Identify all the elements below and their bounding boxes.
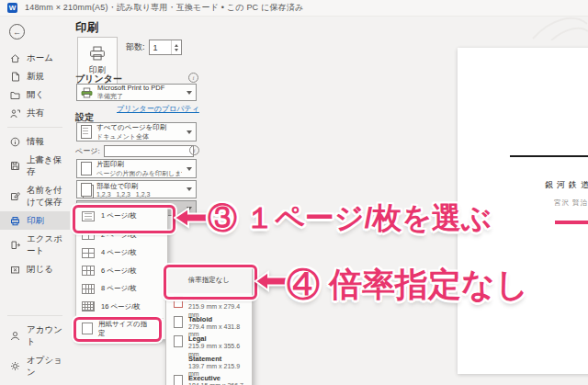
menu-item-no-scaling[interactable]: 倍率指定なし [166, 267, 252, 293]
page-range-text: すべてのページを印刷 ドキュメント全体 [96, 123, 182, 142]
chevron-down-icon [187, 207, 192, 210]
printer-select-text: Microsoft Print to PDF 準備完了 [97, 84, 182, 101]
sidebar-item-label: 共有 [27, 108, 44, 119]
sidebar-item-label: 印刷 [27, 215, 44, 227]
menu-item-label: 2 ページ/枚 [101, 231, 137, 240]
paper-size-name: Tabloid [188, 315, 252, 323]
pages-row: ページ: [75, 145, 194, 157]
document-rule-line [510, 155, 588, 157]
page-title: 印刷 [75, 20, 98, 36]
menu-item-4-pages-per-sheet[interactable]: 4 ページ/枚 [76, 244, 167, 263]
document-author: 宮沢 賢治 [554, 198, 588, 208]
menu-item-2-pages-per-sheet[interactable]: 2 ページ/枚 [76, 226, 167, 244]
copies-row: 部数: 1 [126, 40, 182, 55]
chevron-down-icon [187, 187, 192, 191]
sidebar-item-label: エクスポート [27, 233, 70, 257]
one-page-per-sheet-icon [82, 211, 95, 221]
backstage-sidebar: ← ホーム 新規 開く 共有 情報 上書き保存 名前を付けて保存 [0, 17, 70, 385]
collation-select[interactable]: 部単位で印刷 1,2,3 1,2,3 1,2,3 [76, 180, 197, 198]
four-pages-per-sheet-icon [82, 248, 95, 258]
sixteen-pages-per-sheet-icon [82, 301, 95, 311]
gear-icon [10, 361, 20, 371]
collated-pages-icon [81, 183, 92, 197]
menu-item-paper-statement[interactable]: Statement 139.7 mm x 215.9 mm [166, 353, 252, 373]
pages-per-sheet-menu: 1 ページ/枚 2 ページ/枚 4 ページ/枚 6 ページ/枚 8 ページ/枚 … [75, 203, 168, 340]
page-range-select[interactable]: すべてのページを印刷 ドキュメント全体 [76, 122, 197, 142]
sidebar-item-open[interactable]: 開く [0, 85, 70, 104]
sidebar-item-print[interactable]: 印刷 [0, 211, 70, 230]
six-pages-per-sheet-icon [82, 266, 95, 276]
menu-item-paper-legal[interactable]: Legal 215.9 mm x 355.6 mm [166, 333, 252, 353]
pages-info-icon[interactable]: i [189, 145, 199, 155]
copies-stepper[interactable]: 1 [149, 40, 182, 55]
menu-item-paper-letter[interactable]: Letter 215.9 mm x 279.4 mm [166, 293, 252, 313]
pages-label: ページ: [75, 146, 100, 156]
menu-item-8-pages-per-sheet[interactable]: 8 ページ/枚 [76, 280, 167, 299]
menu-item-1-page-per-sheet[interactable]: 1 ページ/枚 [76, 206, 167, 226]
sidebar-item-export[interactable]: エクスポート [0, 230, 70, 260]
sidebar-bottom: アカウント オプション [0, 311, 70, 385]
paper-size-icon [82, 323, 93, 334]
sidebar-item-new[interactable]: 新規 [0, 67, 70, 85]
sidebar-item-share[interactable]: 共有 [0, 104, 70, 122]
back-button[interactable]: ← [9, 24, 25, 40]
sidebar-item-label: オプション [27, 355, 70, 379]
menu-item-paper-tabloid[interactable]: Tabloid 279.4 mm x 431.8 mm [166, 313, 252, 334]
submenu-chevron-icon: › [159, 324, 162, 334]
sidebar-item-options[interactable]: オプション [0, 351, 70, 381]
titlebar: W 148mm × 210mm(A5)・読み取り専用・互換モード • この PC… [0, 0, 588, 17]
document-heading: 銀河鉄道の [545, 179, 588, 191]
menu-item-paper-size[interactable]: 用紙サイズの指定 › [76, 321, 167, 337]
sidebar-item-label: 情報 [27, 136, 44, 148]
sidebar-item-label: 上書き保存 [27, 154, 70, 178]
new-document-icon [10, 72, 20, 82]
copies-spin-buttons[interactable] [171, 40, 181, 54]
sidebar-item-account[interactable]: アカウント [0, 321, 70, 351]
document-title: 148mm × 210mm(A5)・読み取り専用・互換モード • この PC に… [25, 2, 303, 14]
export-icon [10, 240, 20, 250]
spin-up-icon[interactable] [175, 44, 178, 47]
close-icon [10, 265, 20, 275]
menu-item-6-pages-per-sheet[interactable]: 6 ページ/枚 [76, 262, 167, 280]
pages-input[interactable] [104, 145, 194, 157]
sidebar-item-label: 閉じる [27, 264, 53, 276]
sidebar-item-home[interactable]: ホーム [0, 49, 70, 67]
menu-item-label: 用紙サイズの指定 [98, 320, 153, 338]
home-icon [10, 53, 20, 63]
sidebar-item-save[interactable]: 上書き保存 [0, 151, 70, 181]
sidebar-item-save-as[interactable]: 名前を付けて保存 [0, 181, 70, 211]
printer-select[interactable]: Microsoft Print to PDF 準備完了 [76, 84, 197, 101]
two-pages-per-sheet-icon [82, 230, 95, 240]
copies-value: 1 [150, 43, 171, 52]
page-range-title: すべてのページを印刷 [96, 123, 182, 132]
document-icon [81, 125, 92, 139]
paper-size-name: Legal [188, 334, 252, 343]
duplex-subtitle: ページの片面のみを印刷します [96, 169, 182, 178]
info-icon [10, 137, 20, 147]
step3-annotation: ③ １ページ/枚を選ぶ [208, 198, 492, 239]
duplex-select[interactable]: 片面印刷 ページの片面のみを印刷します [76, 159, 197, 178]
one-sided-page-icon [81, 162, 92, 176]
paper-legal-icon [174, 335, 183, 347]
menu-item-paper-executive[interactable]: Executive 184.15 mm x 266.7 mm [166, 372, 252, 385]
sidebar-item-info[interactable]: 情報 [0, 132, 70, 151]
paper-size-flyout: 倍率指定なし Letter 215.9 mm x 279.4 mm Tabloi… [165, 266, 253, 385]
printer-properties-link[interactable]: プリンターのプロパティ [117, 104, 199, 114]
menu-item-label: 4 ページ/枚 [101, 248, 137, 257]
save-as-icon [10, 191, 20, 201]
printer-device-icon [81, 87, 93, 98]
sidebar-item-label: アカウント [27, 324, 70, 348]
menu-item-label: 16 ページ/枚 [101, 302, 141, 311]
printer-info-icon[interactable]: i [188, 73, 198, 83]
spin-down-icon[interactable] [175, 49, 178, 51]
sidebar-item-label: 開く [27, 89, 44, 101]
menu-item-16-pages-per-sheet[interactable]: 16 ページ/枚 [76, 298, 167, 316]
print-preview-page: 銀河鉄道の 宮沢 賢治 [458, 48, 588, 374]
chevron-down-icon [187, 91, 192, 95]
collation-subtitle: 1,2,3 1,2,3 1,2,3 [96, 191, 182, 198]
chevron-down-icon [187, 167, 192, 171]
page-range-subtitle: ドキュメント全体 [96, 132, 182, 142]
sidebar-item-close[interactable]: 閉じる [0, 260, 70, 278]
sidebar-item-label: ホーム [27, 52, 53, 64]
word-backstage-print-screen: W 148mm × 210mm(A5)・読み取り専用・互換モード • この PC… [0, 0, 588, 385]
